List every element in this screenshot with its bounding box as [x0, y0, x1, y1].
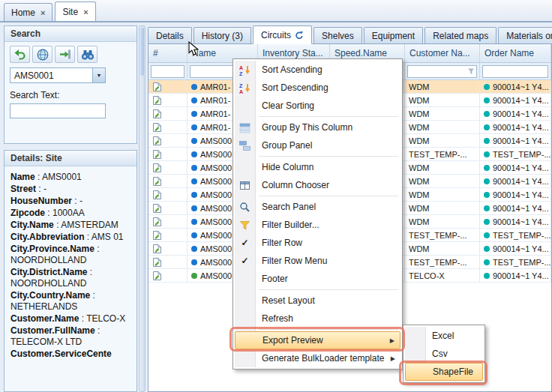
site-dropdown-value: AMS0001: [10, 68, 92, 82]
menu-item-filter-row[interactable]: ✓Filter Row: [235, 234, 400, 252]
column-header-[interactable]: #: [148, 44, 188, 62]
menu-item-label: Refresh: [255, 313, 293, 324]
menu-item-filter-builder[interactable]: Filter Builder...: [235, 216, 400, 234]
name-value: AMS000: [200, 271, 232, 280]
row-edit-cell[interactable]: [148, 188, 188, 201]
doc-edit-icon: [152, 190, 162, 200]
export-preview-submenu: ExcelCsvShapeFile: [403, 325, 485, 383]
menu-item-clear-sorting[interactable]: Clear Sorting: [235, 97, 400, 115]
row-edit-cell[interactable]: [148, 94, 188, 106]
detail-label: Name: [10, 172, 35, 182]
order-name-value: 900014~1 Y4...: [493, 271, 549, 280]
doc-tab-home[interactable]: Home×: [4, 3, 52, 21]
menu-separator: [259, 116, 398, 117]
column-header-customer-na[interactable]: Customer Na...: [405, 44, 480, 62]
row-edit-cell[interactable]: [148, 269, 188, 282]
row-edit-cell[interactable]: [148, 80, 188, 93]
tab-related-maps[interactable]: Related maps: [424, 27, 496, 43]
menu-item-refresh[interactable]: Refresh: [235, 310, 400, 328]
row-edit-cell[interactable]: [148, 256, 188, 268]
chevron-down-icon: ▼: [97, 73, 102, 78]
menu-item-sort-descending[interactable]: ZASort Descending: [235, 79, 400, 97]
row-edit-cell[interactable]: [148, 175, 188, 187]
menu-item-hide-column[interactable]: Hide Column: [235, 158, 400, 176]
tab-materials-on-site[interactable]: Materials on site: [498, 27, 552, 43]
order-name-cell: 900014~1 Y4...: [480, 134, 551, 147]
menu-item-footer[interactable]: Footer: [235, 270, 400, 288]
status-dot-blue: [191, 205, 197, 211]
row-edit-cell[interactable]: [148, 134, 188, 147]
menu-item-export-preview[interactable]: Export Preview▶: [235, 331, 400, 349]
tab-details[interactable]: Details: [148, 27, 192, 43]
row-edit-cell[interactable]: [148, 148, 188, 160]
doc-tab-label: Home: [11, 7, 35, 18]
tab-circuits[interactable]: Circuits: [253, 25, 312, 44]
menu-icon-slot: ZA: [235, 82, 255, 94]
search-text-input[interactable]: [10, 103, 106, 118]
status-dot-blue: [191, 84, 197, 90]
menu-item-excel[interactable]: Excel: [405, 327, 483, 345]
doc-edit-icon: [152, 109, 162, 119]
status-dot-teal: [484, 178, 490, 184]
filter-input-0[interactable]: [151, 65, 184, 78]
svg-text:A: A: [239, 88, 243, 94]
name-value: AMS000: [200, 231, 232, 240]
column-header-order-name[interactable]: Order Name: [480, 44, 551, 62]
row-edit-cell[interactable]: [148, 215, 188, 228]
sidebar-scrollbar[interactable]: [139, 25, 146, 392]
import-button[interactable]: [55, 46, 75, 63]
tab-label: Circuits: [261, 30, 291, 40]
row-edit-cell[interactable]: [148, 242, 188, 255]
row-edit-cell[interactable]: [148, 121, 188, 133]
menu-item-label: Filter Row Menu: [255, 256, 327, 266]
name-value: AMS000: [200, 217, 232, 226]
menu-item-csv[interactable]: Csv: [405, 345, 483, 363]
row-edit-cell[interactable]: [148, 229, 188, 241]
site-dropdown-button[interactable]: ▼: [92, 68, 105, 82]
tab-equipment[interactable]: Equipment: [364, 27, 423, 43]
status-dot-teal: [484, 97, 490, 103]
menu-item-filter-row-menu[interactable]: ✓Filter Row Menu: [235, 252, 400, 270]
globe-button[interactable]: [32, 46, 52, 63]
doc-edit-icon: [152, 176, 162, 187]
binoculars-button[interactable]: [77, 46, 98, 63]
name-value: AMS000: [200, 190, 232, 199]
order-name-value: 900014~1 Y4...: [493, 96, 549, 105]
tab-shelves[interactable]: Shelves: [314, 27, 362, 43]
menu-item-sort-ascending[interactable]: AZSort Ascending: [235, 61, 400, 79]
doc-edit-icon: [152, 271, 162, 281]
menu-item-reset-layout[interactable]: Reset Layout: [235, 292, 400, 310]
undo-button[interactable]: [10, 46, 30, 63]
filter-input-4[interactable]: [407, 65, 477, 78]
menu-item-label: Csv: [425, 349, 448, 359]
menu-item-label: Search Panel: [255, 202, 316, 212]
menu-item-generate-bulkloader-template[interactable]: Generate BulkLoader template▶: [235, 349, 400, 367]
scrollbar-thumb[interactable]: [140, 28, 144, 76]
doc-tab-site[interactable]: Site×: [55, 1, 95, 21]
menu-item-search-panel[interactable]: Search Panel: [235, 198, 400, 216]
tab-history-3[interactable]: History (3): [194, 27, 251, 43]
menu-item-column-chooser[interactable]: Column Chooser: [235, 176, 400, 194]
close-icon[interactable]: ×: [83, 7, 88, 16]
order-name-cell: 900014~1 Y4...: [480, 94, 551, 106]
site-dropdown[interactable]: AMS0001 ▼: [10, 67, 106, 83]
menu-item-label: Column Chooser: [255, 180, 329, 190]
menu-icon-slot: AZ: [235, 64, 255, 76]
customer-name-cell: TELCO-X: [405, 269, 480, 282]
customer-name-value: WDM: [409, 204, 430, 213]
menu-item-group-by-this-column[interactable]: Group By This Column: [235, 118, 400, 136]
site-details-panel: Details: Site Name : AMS0001Street : -Ho…: [4, 150, 137, 392]
close-icon[interactable]: ×: [40, 8, 45, 17]
doc-edit-icon: [152, 217, 162, 227]
filter-input-5[interactable]: [482, 65, 548, 78]
row-edit-cell[interactable]: [148, 202, 188, 214]
row-edit-cell[interactable]: [148, 107, 188, 120]
name-value: AMR01-: [200, 96, 230, 105]
name-value: AMS000: [200, 136, 232, 145]
column-header-label: Inventory Sta...: [262, 48, 323, 58]
row-edit-cell[interactable]: [148, 161, 188, 174]
menu-item-shapefile[interactable]: ShapeFile: [405, 363, 483, 381]
menu-item-group-panel[interactable]: Group Panel: [235, 136, 400, 154]
svg-text:A: A: [239, 64, 243, 70]
details-panel-header: Details: Site: [4, 151, 136, 166]
